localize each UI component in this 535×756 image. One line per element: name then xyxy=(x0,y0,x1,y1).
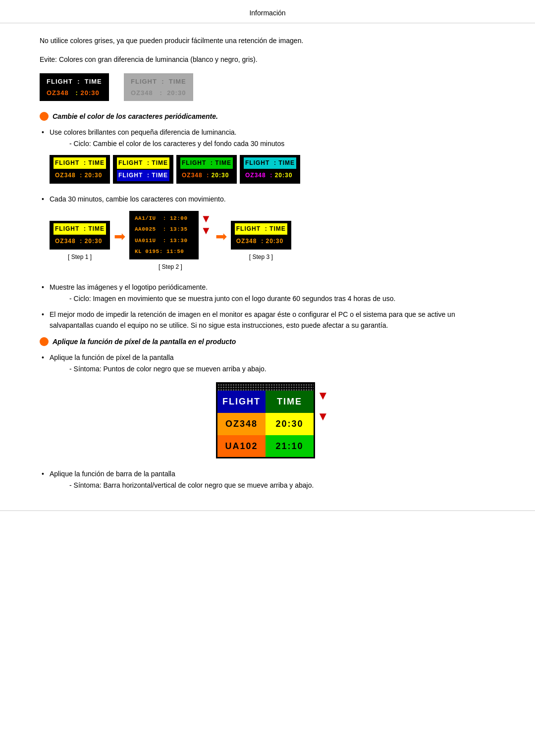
arrow-right-icon-2: ➡ xyxy=(215,230,227,244)
cycle-board-1-r2: OZ348 : 20:30 xyxy=(54,170,106,181)
down-arrow-icon-2: ▼ xyxy=(201,225,212,237)
bullet-item-3: Muestre las imágenes y el logotipo perió… xyxy=(40,282,495,304)
arrow-1: ➡ xyxy=(114,230,125,253)
pixel-header-row: FLIGHT TIME xyxy=(217,391,314,413)
bullet-list-2: Aplique la función de píxel de la pantal… xyxy=(40,352,495,491)
pixel-header-flight: FLIGHT xyxy=(217,391,266,413)
pixel-oz-time-cell: 20:30 xyxy=(266,413,314,435)
step-1-board: FLIGHT : TIME OZ348 : 20:30 xyxy=(50,221,110,250)
cycle-board-3-r2: OZ348 : 20:30 xyxy=(180,170,233,181)
cycle-board-4: FLIGHT : TIME OZ348 : 20:30 xyxy=(240,155,300,184)
cycle-board-4-r2: OZ348 : 20:30 xyxy=(244,170,296,181)
pixel-board-wrap: FLIGHT TIME OZ348 20:30 UA102 xyxy=(216,382,329,458)
orange-circle-icon-2 xyxy=(40,337,49,346)
bullet-item-5: Aplique la función de píxel de la pantal… xyxy=(40,352,495,458)
board-dark-oz: OZ348 xyxy=(47,89,76,97)
main-content: No utilice colores grises, ya que pueden… xyxy=(0,35,535,491)
cycle-board-4-r1: FLIGHT : TIME xyxy=(244,157,296,169)
pixel-ua-cell: UA102 xyxy=(217,435,266,457)
bullet-item-2: Cada 30 minutos, cambie los caracteres c… xyxy=(40,194,495,272)
arrow-2: ➡ xyxy=(215,230,227,253)
step-1-r2: OZ348 : 20:30 xyxy=(54,236,106,247)
step-2-r1: AA1/IU : 12:00 xyxy=(133,213,195,224)
side-down-arrow-1: ▼ xyxy=(317,386,329,405)
step-1-block: FLIGHT : TIME OZ348 : 20:30 [ Step 1 ] xyxy=(50,221,110,262)
flight-board-dark: FLIGHT : TIME OZ348 : 20:30 xyxy=(40,73,109,101)
step-3-board: FLIGHT : TIME OZ348 : 20:30 xyxy=(231,221,291,250)
step-2-board: AA1/IU : 12:00 AA0025 : 13:35 UA011U : 1… xyxy=(129,211,199,259)
board-dark-colon: : xyxy=(76,89,81,97)
paragraph-1: No utilice colores grises, ya que pueden… xyxy=(40,35,495,46)
step-3-block: FLIGHT : TIME OZ348 : 20:30 [ Step 3 ] xyxy=(231,221,291,262)
cycle-board-3: FLIGHT : TIME OZ348 : 20:30 xyxy=(176,155,237,184)
step-2-block: AA1/IU : 12:00 AA0025 : 13:35 UA011U : 1… xyxy=(129,211,212,272)
bullet-item-4: El mejor modo de impedir la retención de… xyxy=(40,309,495,331)
page-container: Información No utilice colores grises, y… xyxy=(0,0,535,511)
page-header: Información xyxy=(0,0,535,23)
steps-row: FLIGHT : TIME OZ348 : 20:30 [ Step 1 ] ➡ xyxy=(50,211,495,272)
step-2-r2: AA0025 : 13:35 xyxy=(133,224,195,235)
bullet-item-6: Aplique la función de barra de la pantal… xyxy=(40,468,495,491)
down-arrow-icon-1: ▼ xyxy=(201,213,212,225)
step-3-r1: FLIGHT : TIME xyxy=(235,223,287,235)
orange-bullet-1: Cambie el color de los caracteres periód… xyxy=(40,111,495,122)
pixel-ua-row: UA102 21:10 xyxy=(217,435,314,457)
pixel-oz-cell: OZ348 xyxy=(217,413,266,435)
sub-indent-4: - Síntoma: Barra horizontal/vertical de … xyxy=(69,480,495,491)
pixel-header-time: TIME xyxy=(266,391,314,413)
sub-indent-2: - Ciclo: Imagen en movimiento que se mue… xyxy=(69,293,495,304)
demo-boards-row: FLIGHT : TIME OZ348 : 20:30 FLIGHT : TIM… xyxy=(40,73,495,101)
dot-cell-left xyxy=(217,384,266,391)
step-1-r1: FLIGHT : TIME xyxy=(54,223,106,235)
pixel-board: FLIGHT TIME OZ348 20:30 UA102 xyxy=(216,382,315,458)
down-arrow-step2: ▼ ▼ xyxy=(201,211,212,237)
sub-indent-3: - Síntoma: Puntos de color negro que se … xyxy=(69,363,495,374)
board-dark-time: 20:30 xyxy=(81,89,100,97)
orange-circle-icon xyxy=(40,112,49,121)
cycle-board-3-r1: FLIGHT : TIME xyxy=(180,157,233,169)
board-dark-row2: OZ348 : 20:30 xyxy=(45,88,104,98)
board-dark-row1: FLIGHT : TIME xyxy=(45,76,104,87)
orange-label-1: Cambie el color de los caracteres periód… xyxy=(53,111,218,122)
step-2-label: [ Step 2 ] xyxy=(159,262,182,272)
bullet-list-1: Use colores brillantes con pequeña difer… xyxy=(40,127,495,331)
cycle-board-2-r2: FLIGHT : TIME xyxy=(117,170,169,181)
side-down-arrow-2: ▼ xyxy=(317,407,329,426)
cycle-board-1-r1: FLIGHT : TIME xyxy=(54,157,106,169)
dot-header-row xyxy=(217,384,314,391)
step-1-label: [ Step 1 ] xyxy=(68,252,92,262)
step-3-r2: OZ348 : 20:30 xyxy=(235,236,287,247)
dot-cell-right xyxy=(266,384,314,391)
board-gray-row2: OZ348 : 20:30 xyxy=(129,88,188,98)
board-gray-row1: FLIGHT : TIME xyxy=(129,76,188,87)
bullet-item-1: Use colores brillantes con pequeña difer… xyxy=(40,127,495,184)
cycle-boards-row: FLIGHT : TIME OZ348 : 20:30 FLIGHT : TIM… xyxy=(50,155,495,184)
paragraph-2: Evite: Colores con gran diferencia de lu… xyxy=(40,54,495,65)
cycle-board-2: FLIGHT : TIME FLIGHT : TIME xyxy=(113,155,173,184)
orange-label-2: Aplique la función de píxel de la pantal… xyxy=(53,336,236,347)
cycle-board-3-time: 20:30 xyxy=(212,172,229,179)
step-2-r3: UA011U : 13:30 xyxy=(133,236,195,247)
cycle-board-1: FLIGHT : TIME OZ348 : 20:30 xyxy=(50,155,110,184)
pixel-ua-time-cell: 21:10 xyxy=(266,435,314,457)
cycle-board-2-r1: FLIGHT : TIME xyxy=(117,157,169,169)
cycle-board-4-time: 20:30 xyxy=(275,172,293,179)
footer-divider xyxy=(0,510,535,511)
header-title: Información xyxy=(249,9,285,17)
step-3-label: [ Step 3 ] xyxy=(249,252,273,262)
arrow-right-icon: ➡ xyxy=(114,230,125,244)
sub-indent-1: - Ciclo: Cambie el color de los caracter… xyxy=(69,138,495,149)
side-arrows: ▼ ▼ xyxy=(317,382,329,426)
pixel-oz-row: OZ348 20:30 xyxy=(217,413,314,435)
pixel-section: FLIGHT TIME OZ348 20:30 UA102 xyxy=(50,382,495,458)
flight-board-gray: FLIGHT : TIME OZ348 : 20:30 xyxy=(124,73,193,101)
orange-bullet-2: Aplique la función de píxel de la pantal… xyxy=(40,336,495,347)
step-2-r4: KL 0195: 11:50 xyxy=(133,247,195,257)
